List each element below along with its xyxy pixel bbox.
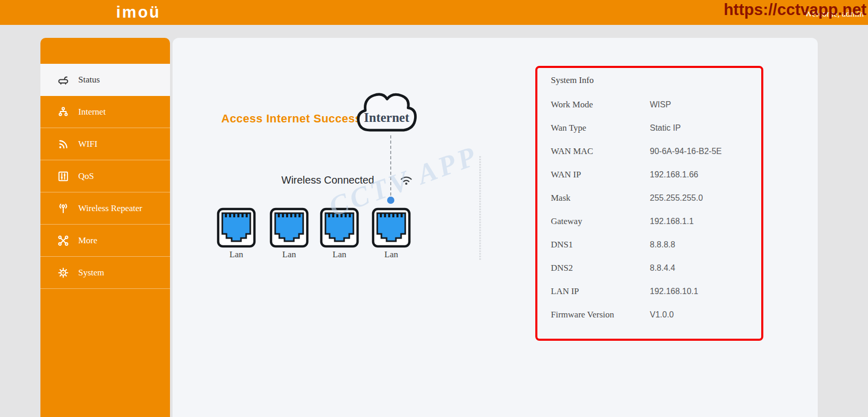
system-info-row: Mask 255.255.255.0 (551, 186, 761, 210)
info-label: DNS2 (551, 263, 650, 273)
lan-port-icon (269, 207, 309, 248)
info-value: Static IP (650, 123, 681, 133)
info-label: Work Mode (551, 100, 650, 110)
system-info-box: System Info Work Mode WISP Wan Type Stat… (535, 66, 763, 341)
info-value: 8.8.4.4 (650, 263, 675, 273)
status-content-panel: Access Internet Success Internet Wireles… (173, 38, 818, 417)
system-info-title: System Info (551, 75, 761, 86)
sidebar-item-label: Wireless Repeater (78, 203, 142, 214)
info-value: 192.168.10.1 (650, 287, 698, 296)
connection-dot (387, 197, 394, 204)
gear-icon (57, 267, 69, 279)
sliders-icon (57, 170, 69, 183)
sidebar-item-label: WIFI (78, 139, 97, 149)
sidebar-item-label: QoS (78, 171, 94, 182)
system-info-row: DNS1 8.8.8.8 (551, 233, 761, 256)
info-value: 192.168.1.1 (650, 217, 694, 226)
info-label: Gateway (551, 216, 650, 227)
sidebar: Status Internet WIFI (40, 38, 170, 417)
antenna-icon (57, 202, 69, 215)
system-info-row: WAN IP 192.168.1.66 (551, 163, 761, 186)
imou-logo: imoü (116, 3, 161, 22)
wifi-signal-icon (399, 172, 414, 187)
lan-port-label: Lan (269, 249, 309, 260)
sidebar-spacer (40, 38, 170, 64)
system-info-row: Wan Type Static IP (551, 116, 761, 140)
vertical-dashed-divider (479, 156, 481, 260)
info-label: WAN IP (551, 170, 650, 180)
system-info-row: Work Mode WISP (551, 93, 761, 116)
info-value: V1.0.0 (650, 310, 674, 319)
system-info-row: Gateway 192.168.1.1 (551, 210, 761, 233)
sidebar-item-label: Internet (78, 107, 106, 117)
info-value: 192.168.1.66 (650, 170, 698, 179)
sidebar-item-system[interactable]: System (40, 257, 170, 289)
system-info-row: LAN IP 192.168.10.1 (551, 280, 761, 303)
info-label: LAN IP (551, 286, 650, 297)
info-value: 90-6A-94-16-B2-5E (650, 147, 722, 156)
info-label: DNS1 (551, 240, 650, 250)
lan-port-label: Lan (217, 249, 256, 260)
connection-dashed-line (390, 135, 391, 196)
system-info-row: WAN MAC 90-6A-94-16-B2-5E (551, 140, 761, 163)
lan-port-icon (372, 207, 411, 248)
lan-port-icon (320, 207, 359, 248)
sidebar-item-internet[interactable]: Internet (40, 96, 170, 128)
sidebar-item-label: System (78, 268, 104, 278)
connection-status-text: Wireless Connected (281, 174, 374, 186)
system-info-row: Firmware Version V1.0.0 (551, 303, 761, 326)
sidebar-item-wifi[interactable]: WIFI (40, 128, 170, 160)
sidebar-item-more[interactable]: More (40, 225, 170, 257)
lan-port-label: Lan (372, 249, 411, 260)
info-value: 8.8.8.8 (650, 240, 675, 249)
info-value: 255.255.255.0 (650, 193, 703, 203)
tools-icon (57, 234, 69, 247)
network-tree-icon (57, 106, 69, 118)
sidebar-item-qos[interactable]: QoS (40, 160, 170, 192)
sidebar-item-status[interactable]: Status (40, 64, 170, 96)
lan-port-icon (217, 207, 256, 248)
cloud-label: Internet (353, 110, 420, 125)
info-label: Mask (551, 193, 650, 203)
sidebar-item-label: More (78, 235, 97, 246)
url-watermark: https://cctvapp.net (723, 1, 866, 19)
wifi-icon (57, 138, 69, 150)
info-value: WISP (650, 100, 671, 109)
access-status-text: Access Internet Success (221, 112, 362, 126)
internet-cloud-icon: Internet (353, 88, 420, 135)
info-label: WAN MAC (551, 146, 650, 157)
info-label: Firmware Version (551, 310, 650, 320)
router-icon (57, 74, 69, 86)
lan-port-label: Lan (320, 249, 359, 260)
sidebar-item-wireless-repeater[interactable]: Wireless Repeater (40, 192, 170, 225)
info-label: Wan Type (551, 123, 650, 133)
system-info-row: DNS2 8.8.4.4 (551, 256, 761, 280)
router-admin-page: imoü Welcome, admin https://cctvapp.net … (0, 0, 868, 417)
sidebar-item-label: Status (78, 75, 100, 85)
